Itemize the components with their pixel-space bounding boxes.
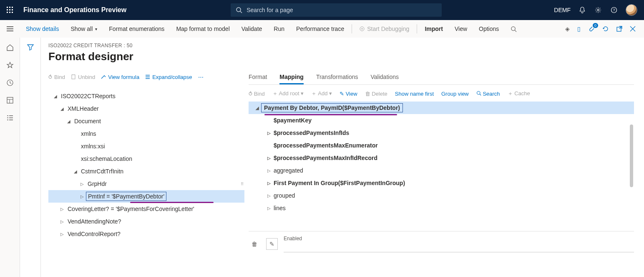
mapping-node[interactable]: ▷$processedPaymentsInfIds	[249, 127, 634, 139]
tree-node[interactable]: ◢CstmrCdtTrfInitn	[48, 165, 244, 178]
action-bar: Show details Show all▾ Format enumeratio…	[0, 20, 644, 38]
filter-column	[20, 38, 41, 277]
mapping-node[interactable]: ▷aggregated	[249, 164, 634, 177]
map-format-button[interactable]: Map format to model	[170, 20, 235, 38]
import-button[interactable]: Import	[419, 20, 449, 38]
delete-property-icon[interactable]: 🗑	[249, 238, 260, 250]
tree-node[interactable]: xmlns	[48, 127, 244, 140]
svg-point-19	[511, 26, 515, 30]
star-icon[interactable]	[6, 61, 14, 69]
show-name-first-button[interactable]: Show name first	[395, 91, 434, 97]
popout-icon[interactable]	[616, 26, 622, 32]
cache-button[interactable]: ＋ Cache	[508, 90, 530, 97]
modules-icon[interactable]	[6, 114, 14, 122]
edit-property-icon[interactable]: ✎	[266, 238, 278, 250]
help-icon[interactable]: ?	[610, 6, 618, 14]
performance-trace-button[interactable]: Performance trace	[290, 20, 350, 38]
office-icon[interactable]: ▯	[577, 25, 581, 32]
mapping-toolbar: ⥀ Bind ＋ Add root ▾ ＋ Add ▾ ✎ View 🗑 Del…	[249, 90, 634, 97]
format-enumerations-button[interactable]: Format enumerations	[103, 20, 170, 38]
view-formula-button[interactable]: View formula	[101, 74, 139, 80]
app-title: Finance and Operations Preview	[20, 6, 126, 14]
scrollbar[interactable]	[630, 125, 633, 187]
svg-rect-0	[7, 7, 8, 8]
user-avatar[interactable]	[626, 4, 637, 16]
view-button[interactable]: View	[449, 20, 473, 38]
svg-rect-3	[7, 9, 8, 10]
mapping-node-selected[interactable]: ◢Payment By Debtor, PaymID($PaymentByDeb…	[249, 102, 634, 114]
search-button-right[interactable]: Search	[476, 91, 500, 97]
svg-rect-4	[9, 9, 10, 10]
mapping-node[interactable]: ▷$processedPaymentsMaxInfIdRecord	[249, 152, 634, 164]
tree-node[interactable]: ▷VendAttendingNote?	[48, 215, 244, 228]
mapping-node[interactable]: ▷First Payment In Group($FirstPaymentInG…	[249, 177, 634, 189]
recent-icon[interactable]	[6, 79, 14, 87]
properties-section: 🗑 ✎ Enabled	[249, 231, 634, 257]
svg-rect-1	[9, 7, 10, 8]
mapping-node[interactable]: ▷grouped	[249, 189, 634, 202]
svg-rect-5	[12, 9, 13, 10]
svg-point-40	[477, 91, 480, 94]
tab-validations[interactable]: Validations	[371, 74, 399, 84]
filter-icon[interactable]	[27, 43, 34, 277]
left-pane-toolbar: ⥀Bind Unbind View formula Expand/collaps…	[48, 70, 244, 84]
attachments-icon[interactable]: 0	[588, 25, 595, 32]
mapping-node[interactable]: $paymentKey	[249, 114, 634, 127]
gear-icon[interactable]	[594, 6, 602, 14]
link-icon[interactable]: ◈	[565, 25, 570, 32]
tree-node[interactable]: ◢XMLHeader	[48, 102, 244, 115]
svg-rect-25	[7, 97, 13, 103]
tree-node[interactable]: ◢ISO20022CTReports	[48, 90, 244, 102]
svg-line-41	[480, 94, 481, 95]
tree-node[interactable]: ▷CoveringLetter? = '$PaymentsForCovering…	[48, 203, 244, 215]
svg-point-11	[597, 9, 599, 11]
svg-point-18	[362, 28, 363, 30]
more-icon[interactable]: ⋯	[198, 74, 204, 80]
tree-node[interactable]: xsi:schemaLocation	[48, 152, 244, 165]
hamburger-icon[interactable]	[0, 26, 20, 31]
validate-button[interactable]: Validate	[236, 20, 268, 38]
mapping-node[interactable]: $processedPaymentsMaxEnumerator	[249, 139, 634, 152]
close-icon[interactable]	[630, 26, 636, 32]
search-placeholder: Search for a page	[247, 7, 293, 13]
highlight-underline	[264, 114, 397, 115]
group-view-button[interactable]: Group view	[441, 91, 469, 97]
add-root-button[interactable]: ＋ Add root ▾	[272, 90, 304, 97]
enabled-field[interactable]	[284, 242, 634, 252]
tab-format[interactable]: Format	[249, 74, 267, 84]
tree-node[interactable]: ▷GrpHdr⠿	[48, 178, 244, 190]
tab-mapping[interactable]: Mapping	[279, 74, 304, 84]
run-button[interactable]: Run	[268, 20, 290, 38]
company-label[interactable]: DEMF	[554, 7, 571, 13]
enabled-label: Enabled	[284, 236, 634, 241]
app-launcher-icon[interactable]	[0, 7, 20, 13]
options-button[interactable]: Options	[473, 20, 505, 38]
bind-button[interactable]: ⥀Bind	[48, 74, 65, 80]
unbind-button[interactable]: Unbind	[71, 74, 95, 80]
home-icon[interactable]	[6, 43, 14, 52]
delete-button[interactable]: 🗑 Delete	[365, 91, 387, 97]
global-search[interactable]: Search for a page	[231, 3, 442, 17]
bind-button-right[interactable]: ⥀ Bind	[249, 91, 265, 97]
svg-rect-6	[7, 12, 8, 13]
refresh-icon[interactable]	[602, 25, 609, 32]
breadcrumb: ISO20022 CREDIT TRANSFER : 50	[48, 43, 634, 48]
show-all-button[interactable]: Show all▾	[65, 20, 103, 38]
actionbar-search-icon[interactable]	[505, 20, 523, 38]
mapping-node[interactable]: ▷lines	[249, 202, 634, 214]
bell-icon[interactable]	[578, 6, 586, 14]
tree-node[interactable]: ◢Document	[48, 115, 244, 127]
start-debugging-button[interactable]: Start Debugging	[354, 20, 415, 38]
show-details-button[interactable]: Show details	[20, 20, 65, 38]
tree-node[interactable]: xmlns:xsi	[48, 140, 244, 152]
add-button[interactable]: ＋ Add ▾	[311, 90, 332, 97]
tab-transformations[interactable]: Transformations	[316, 74, 358, 84]
svg-line-20	[515, 30, 517, 32]
tree-node-selected[interactable]: ▷PmtInf = '$PaymentByDebtor'	[48, 190, 244, 203]
page-title: Format designer	[48, 50, 634, 63]
expand-collapse-button[interactable]: Expand/collapse	[145, 74, 192, 80]
view-button-right[interactable]: ✎ View	[340, 91, 357, 97]
svg-rect-2	[12, 7, 13, 8]
workspace-icon[interactable]	[6, 96, 14, 104]
tree-node[interactable]: ▷VendControlReport?	[48, 228, 244, 240]
